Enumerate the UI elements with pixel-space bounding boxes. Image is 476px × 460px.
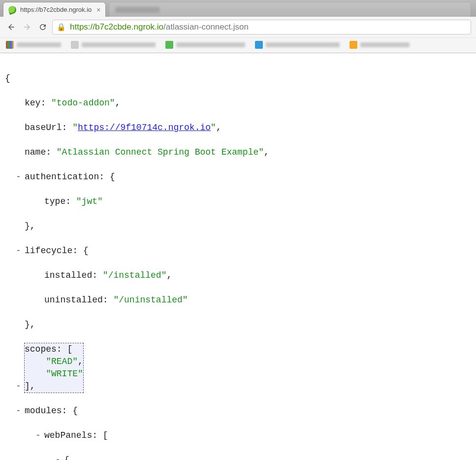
collapse-toggle[interactable]: -	[55, 454, 62, 460]
arrow-left-icon	[7, 23, 16, 32]
bookmark-label-blurred	[176, 42, 245, 47]
forward-button[interactable]	[21, 21, 33, 33]
tab-title: https://b7c2cbde.ngrok.io	[20, 6, 92, 13]
collapse-toggle[interactable]: -	[16, 380, 23, 393]
back-button[interactable]	[5, 21, 18, 33]
bookmarks-bar	[0, 37, 476, 53]
bookmark-item[interactable]	[165, 41, 245, 49]
json-line: type: "jwt"	[5, 196, 471, 208]
reload-icon	[38, 23, 47, 32]
bookmark-label-blurred	[266, 42, 340, 47]
bookmark-icon	[349, 41, 357, 49]
collapse-toggle[interactable]: -	[16, 245, 23, 257]
bookmark-item[interactable]	[71, 41, 156, 49]
collapse-toggle[interactable]: -	[35, 429, 42, 442]
json-line: -modules: {	[5, 405, 471, 417]
tab-title-blurred	[115, 7, 159, 13]
spring-leaf-icon	[7, 4, 18, 15]
bookmark-icon	[255, 41, 263, 49]
bookmark-item[interactable]	[255, 41, 340, 49]
close-icon[interactable]: ×	[96, 6, 100, 13]
json-line: installed: "/installed",	[5, 269, 471, 282]
collapse-toggle[interactable]: -	[16, 171, 23, 183]
json-line: {	[5, 72, 471, 85]
browser-chrome: https://b7c2cbde.ngrok.io × 🔒 https://b7…	[0, 0, 476, 53]
browser-tab-inactive[interactable]	[109, 2, 471, 17]
json-viewer: { key: "todo-addon", baseUrl: "https://9…	[0, 53, 476, 460]
json-line-highlighted: -scopes: [ "READ", "WRITE" ],	[5, 343, 471, 393]
bookmark-icon	[6, 41, 14, 49]
browser-tab-active[interactable]: https://b7c2cbde.ngrok.io ×	[3, 2, 106, 17]
json-line: -{	[5, 454, 471, 460]
lock-icon: 🔒	[57, 23, 66, 32]
reload-button[interactable]	[36, 21, 49, 33]
address-bar[interactable]: 🔒 https://b7c2cbde.ngrok.io/atlassian-co…	[52, 20, 471, 34]
url-host: b7c2cbde.ngrok.io	[95, 22, 163, 32]
bookmark-item[interactable]	[6, 41, 61, 49]
arrow-right-icon	[23, 23, 32, 32]
json-line: -webPanels: [	[5, 429, 471, 442]
toolbar: 🔒 https://b7c2cbde.ngrok.io/atlassian-co…	[0, 17, 476, 37]
bookmark-label-blurred	[82, 42, 156, 47]
url-path: /atlassian-connect.json	[163, 22, 249, 32]
collapse-toggle[interactable]: -	[16, 405, 23, 417]
json-line: uninstalled: "/uninstalled"	[5, 294, 471, 306]
base-url-link[interactable]: https://9f10714c.ngrok.io	[78, 123, 211, 132]
url-protocol: https://	[70, 22, 95, 32]
json-line: },	[5, 319, 471, 331]
json-line: -authentication: {	[5, 171, 471, 183]
json-line: key: "todo-addon",	[5, 97, 471, 109]
bookmark-icon	[165, 41, 173, 49]
bookmark-label-blurred	[17, 42, 61, 47]
json-line: },	[5, 220, 471, 232]
bookmark-label-blurred	[360, 42, 410, 47]
json-line: baseUrl: "https://9f10714c.ngrok.io",	[5, 122, 471, 134]
tab-strip: https://b7c2cbde.ngrok.io ×	[0, 0, 476, 17]
bookmark-item[interactable]	[349, 41, 410, 49]
json-line: -lifecycle: {	[5, 245, 471, 257]
json-line: name: "Atlassian Connect Spring Boot Exa…	[5, 146, 471, 159]
bookmark-icon	[71, 41, 79, 49]
